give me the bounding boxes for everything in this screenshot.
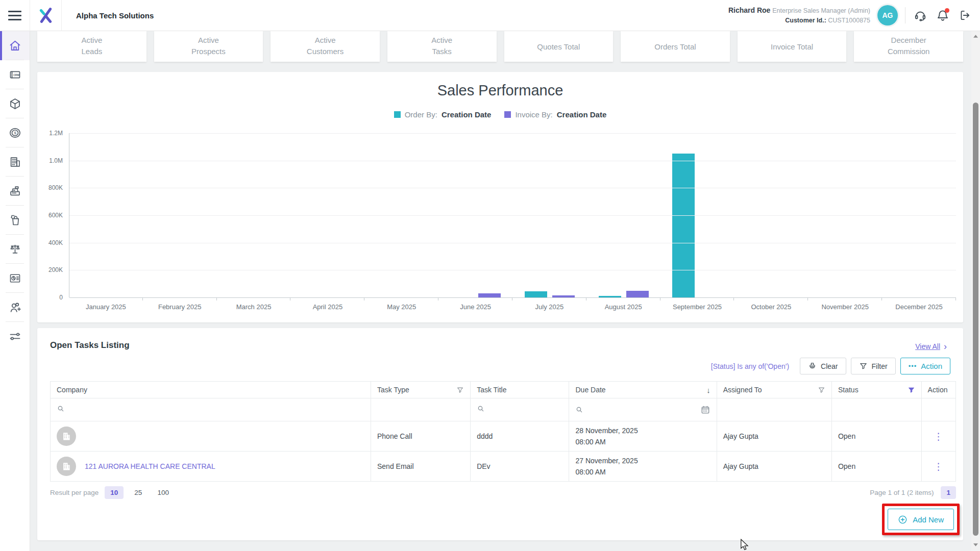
table-header-row: Company Task Type Task Title Due Date ↓ … <box>51 382 956 398</box>
col-task-type[interactable]: Task Type <box>371 382 471 398</box>
due-date-cell: 28 November, 202508:00 AM <box>575 425 710 448</box>
app-title: Alpha Tech Solutions <box>76 11 154 20</box>
user-avatar[interactable]: AG <box>877 5 898 26</box>
sidebar-item-reports[interactable] <box>0 264 30 293</box>
vertical-scrollbar[interactable] <box>971 31 980 551</box>
red-highlight-box: Add New <box>882 504 960 535</box>
sidebar-item-preferences[interactable] <box>0 322 30 351</box>
x-tick-label: May 2025 <box>364 303 438 311</box>
topbar-divider <box>905 7 905 23</box>
column-filter-icon[interactable] <box>456 386 464 394</box>
chart-title: Sales Performance <box>37 82 963 99</box>
bar <box>478 293 501 297</box>
col-assigned-to[interactable]: Assigned To <box>717 382 831 398</box>
view-all-link[interactable]: View All › <box>915 342 947 350</box>
x-tick <box>364 297 438 300</box>
add-new-label: Add New <box>913 515 944 524</box>
status-search-cell[interactable] <box>831 398 921 421</box>
sidebar-item-contacts[interactable] <box>0 293 30 322</box>
row-kebab-menu-icon[interactable]: ⋮ <box>928 433 949 440</box>
card-active-customers[interactable]: Active Customers <box>271 31 380 62</box>
scrollbar-down-arrow-icon[interactable] <box>971 541 980 549</box>
ellipsis-icon: ••• <box>909 362 917 370</box>
col-task-title[interactable]: Task Title <box>471 382 569 398</box>
scrollbar-thumb[interactable] <box>973 103 978 536</box>
page-info: Page 1 of 1 (2 items) <box>870 489 934 496</box>
home-icon <box>8 39 22 53</box>
assigned-to-search-cell[interactable] <box>717 398 831 421</box>
card-label: Active Customers <box>307 35 344 62</box>
page-number-button[interactable]: 1 <box>941 486 956 499</box>
y-tick-label: 1.2M <box>49 130 63 137</box>
card-quotes-total[interactable]: Quotes Total <box>504 31 614 62</box>
notifications-bell-icon[interactable] <box>935 8 950 23</box>
filter-button[interactable]: Filter <box>851 358 896 374</box>
search-icon <box>575 406 583 414</box>
table-footer: Result per page 10 25 100 Page 1 of 1 (2… <box>50 486 956 499</box>
clear-button[interactable]: Clear <box>800 358 846 374</box>
sidebar-item-home[interactable] <box>0 31 30 60</box>
sidebar-item-purchases[interactable] <box>0 206 30 235</box>
y-tick-label: 1.0M <box>49 157 63 164</box>
per-page-option-25[interactable]: 25 <box>130 486 146 499</box>
sidebar-item-billing[interactable] <box>0 177 30 206</box>
card-invoice-total[interactable]: Invoice Total <box>738 31 847 62</box>
hamburger-menu-icon[interactable] <box>0 0 30 31</box>
column-filter-active-icon[interactable] <box>908 386 915 394</box>
card-december-commission[interactable]: December Commission <box>854 31 963 62</box>
summary-cards-row: Active Leads Active Prospects Active Cus… <box>37 31 963 62</box>
sidebar-item-legal[interactable] <box>0 235 30 264</box>
card-active-prospects[interactable]: Active Prospects <box>154 31 263 62</box>
sidebar-item-companies[interactable] <box>0 147 30 177</box>
support-headset-icon[interactable] <box>913 8 928 23</box>
per-page-option-100[interactable]: 100 <box>153 486 174 499</box>
calendar-icon[interactable] <box>700 405 710 415</box>
sort-descending-icon[interactable]: ↓ <box>706 386 710 394</box>
task-type-search-cell[interactable] <box>371 398 471 421</box>
sidebar-item-crm[interactable]: CRM <box>0 60 30 89</box>
task-title-search-cell[interactable] <box>471 398 569 421</box>
col-status[interactable]: Status <box>831 382 921 398</box>
card-active-tasks[interactable]: Active Tasks <box>387 31 497 62</box>
x-tick <box>882 297 956 300</box>
card-active-leads[interactable]: Active Leads <box>37 31 146 62</box>
bar <box>626 291 649 297</box>
table-row[interactable]: Phone Call dddd 28 November, 202508:00 A… <box>51 421 956 452</box>
col-due-date[interactable]: Due Date ↓ <box>569 382 717 398</box>
sidebar-item-payments[interactable]: $ <box>0 118 30 147</box>
action-button[interactable]: ••• Action <box>900 358 950 374</box>
report-chart-icon <box>8 271 22 285</box>
card-orders-total[interactable]: Orders Total <box>621 31 730 62</box>
tasks-heading: Open Tasks Listing <box>50 340 130 350</box>
scrollbar-up-arrow-icon[interactable] <box>971 32 980 40</box>
per-page-option-10[interactable]: 10 <box>105 486 124 499</box>
due-date-search-cell[interactable] <box>569 398 717 421</box>
col-company[interactable]: Company <box>51 382 371 398</box>
logout-icon[interactable] <box>958 8 973 23</box>
brand-logo[interactable] <box>30 0 62 31</box>
table-row[interactable]: 121 AURORA HEALTH CARE CENTRAL Send Emai… <box>51 452 956 482</box>
company-search-cell[interactable] <box>51 398 371 421</box>
card-label: Active Leads <box>81 35 102 62</box>
sidebar-item-products[interactable] <box>0 89 30 118</box>
legend-item-orders[interactable]: Order By: Creation Date <box>394 110 492 119</box>
action-search-cell <box>921 398 955 421</box>
x-tick-label: June 2025 <box>438 303 512 311</box>
user-name: Richard Roe <box>728 6 770 14</box>
status-filter-chip[interactable]: [Status] Is any of('Open') <box>711 362 789 370</box>
assigned-to-cell: Ajay Gupta <box>717 421 831 452</box>
row-kebab-menu-icon[interactable]: ⋮ <box>928 463 949 470</box>
company-avatar <box>57 457 76 476</box>
x-tick <box>143 297 217 300</box>
x-tick-label: November 2025 <box>808 303 882 311</box>
company-link[interactable]: 121 AURORA HEALTH CARE CENTRAL <box>85 462 215 470</box>
card-label: Active Tasks <box>431 35 452 62</box>
assigned-to-cell: Ajay Gupta <box>717 452 831 482</box>
legend-item-invoices[interactable]: Invoice By: Creation Date <box>504 110 606 119</box>
plus-circle-icon <box>898 515 908 524</box>
gridline <box>69 161 956 161</box>
column-filter-icon[interactable] <box>818 386 825 394</box>
x-tick <box>512 297 586 300</box>
add-new-button[interactable]: Add New <box>888 509 954 530</box>
results-per-page-label: Result per page <box>50 489 99 496</box>
